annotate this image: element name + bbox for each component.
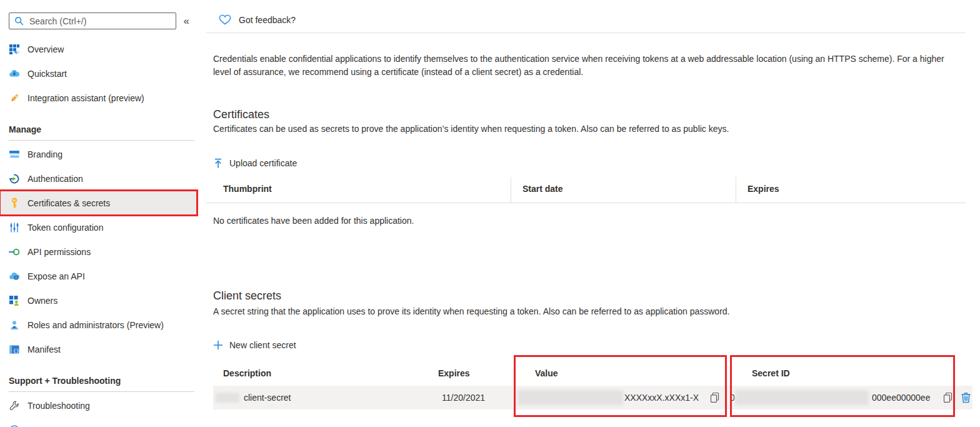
sidebar-item-overview[interactable]: Overview	[0, 37, 197, 61]
heart-icon	[218, 14, 232, 26]
sidebar-item-api-permissions[interactable]: API permissions	[0, 239, 197, 264]
authentication-icon	[9, 173, 20, 184]
secret-value-visible: XXXXxxX.xXXx1-X	[624, 386, 699, 409]
api-permissions-icon	[9, 246, 20, 258]
sidebar: « Overview Quickstart	[0, 0, 197, 427]
plus-icon	[213, 340, 223, 350]
sidebar-item-partial[interactable]	[0, 418, 197, 427]
column-header-expires[interactable]: Expires	[438, 368, 470, 378]
quickstart-icon	[9, 68, 20, 79]
sidebar-item-label: Branding	[28, 149, 62, 159]
certificates-table: Thumbprint Start date Expires	[206, 177, 966, 203]
client-secret-row[interactable]: client-secret 11/20/2021 XXXXxxX.xXXx1-X…	[213, 386, 972, 409]
sidebar-item-label: Owners	[28, 296, 58, 306]
svg-text:{}: {}	[13, 347, 19, 353]
secret-id-visible: 000ee00000ee	[872, 386, 930, 409]
sidebar-search-row: «	[9, 13, 189, 29]
sidebar-item-label: Roles and administrators (Preview)	[28, 320, 164, 330]
sidebar-item-certificates-secrets[interactable]: Certificates & secrets	[0, 191, 197, 215]
sidebar-item-roles-administrators[interactable]: Roles and administrators (Preview)	[0, 313, 197, 337]
column-header-expires[interactable]: Expires	[748, 184, 779, 194]
credentials-intro-text: Credentials enable confidential applicat…	[213, 53, 944, 79]
sidebar-item-branding[interactable]: www Branding	[0, 142, 197, 166]
sidebar-item-quickstart[interactable]: Quickstart	[0, 61, 197, 86]
search-icon	[14, 16, 24, 26]
new-client-secret-button[interactable]: New client secret	[213, 339, 296, 351]
sidebar-section-manage: Manage	[0, 121, 197, 138]
certificates-description: Certificates can be used as secrets to p…	[213, 123, 729, 135]
copy-value-button[interactable]	[709, 392, 720, 403]
divider	[9, 140, 194, 141]
integration-assistant-icon	[9, 93, 20, 104]
column-header-start-date[interactable]: Start date	[522, 184, 563, 194]
wrench-icon	[9, 400, 20, 411]
sidebar-item-integration-assistant[interactable]: Integration assistant (preview)	[0, 86, 197, 110]
key-icon	[9, 198, 20, 209]
column-header-value[interactable]: Value	[535, 368, 558, 378]
sidebar-item-label: Manifest	[28, 344, 61, 354]
got-feedback-label: Got feedback?	[239, 15, 296, 25]
divider	[9, 391, 194, 392]
main-content: Got feedback? Credentials enable confide…	[206, 0, 980, 427]
upload-certificate-label: Upload certificate	[229, 158, 297, 168]
client-secrets-description: A secret string that the application use…	[213, 305, 729, 318]
upload-certificate-button[interactable]: Upload certificate	[213, 157, 297, 169]
search-box[interactable]	[9, 13, 176, 29]
svg-text:www: www	[10, 154, 19, 158]
sidebar-item-manifest[interactable]: {} Manifest	[0, 337, 197, 361]
column-separator	[736, 177, 736, 203]
sidebar-item-token-configuration[interactable]: Token configuration	[0, 215, 197, 239]
sidebar-item-label: Authentication	[28, 174, 83, 184]
branding-icon: www	[9, 149, 20, 160]
owners-icon	[9, 295, 20, 306]
sidebar-item-label: Quickstart	[28, 69, 67, 79]
overview-icon	[9, 44, 20, 55]
sidebar-item-label: API permissions	[28, 247, 91, 257]
sliders-icon	[9, 222, 20, 233]
person-shield-icon	[9, 319, 20, 331]
certificates-title: Certificates	[213, 108, 269, 121]
sidebar-item-expose-an-api[interactable]: Expose an API	[0, 264, 197, 288]
redacted-secret-value	[518, 390, 623, 405]
certificates-empty-message: No certificates have been added for this…	[213, 216, 414, 226]
delete-secret-button[interactable]	[961, 392, 971, 403]
column-separator	[511, 177, 511, 203]
sidebar-item-label: Integration assistant (preview)	[28, 93, 144, 103]
sidebar-item-label: Overview	[28, 44, 64, 54]
sidebar-item-label: Token configuration	[28, 223, 103, 233]
column-header-thumbprint[interactable]: Thumbprint	[223, 184, 272, 194]
sidebar-section-support: Support + Troubleshooting	[0, 373, 197, 389]
cloud-icon	[9, 271, 20, 282]
sidebar-item-label: Certificates & secrets	[28, 198, 110, 208]
new-client-secret-label: New client secret	[229, 340, 296, 350]
search-input[interactable]	[28, 16, 171, 27]
sidebar-item-authentication[interactable]: Authentication	[0, 166, 197, 191]
support-request-icon	[9, 424, 20, 427]
upload-icon	[213, 158, 223, 169]
column-header-description[interactable]: Description	[223, 368, 271, 378]
collapse-sidebar-icon[interactable]: «	[184, 16, 189, 26]
secret-expires: 11/20/2021	[442, 386, 485, 409]
client-secrets-title: Client secrets	[213, 289, 281, 303]
sidebar-item-owners[interactable]: Owners	[0, 288, 197, 313]
redacted-secret-id	[735, 390, 869, 405]
sidebar-item-label: Expose an API	[28, 271, 85, 281]
got-feedback-button[interactable]: Got feedback?	[218, 13, 296, 28]
secret-id-prefix: 0	[730, 386, 735, 409]
secret-description: client-secret	[244, 386, 291, 409]
divider	[206, 33, 966, 33]
sidebar-item-troubleshooting[interactable]: Troubleshooting	[0, 393, 197, 418]
sidebar-item-label: Troubleshooting	[28, 401, 90, 411]
copy-secret-id-button[interactable]	[942, 392, 953, 403]
client-secrets-table: Description Expires Value Secret ID clie…	[206, 361, 972, 409]
manifest-icon: {}	[9, 344, 20, 355]
column-header-secret-id[interactable]: Secret ID	[752, 368, 790, 378]
redacted-description-prefix	[216, 393, 239, 403]
